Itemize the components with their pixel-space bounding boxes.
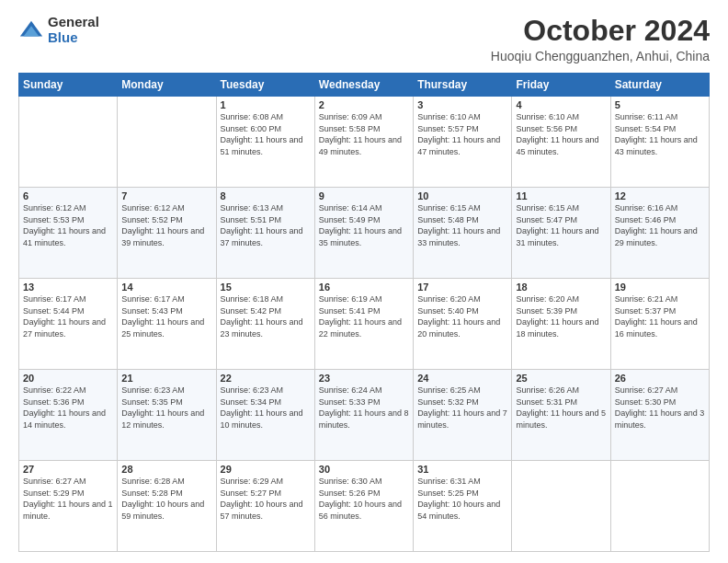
daylight-text: Daylight: 11 hours and 47 minutes. bbox=[417, 134, 507, 157]
day-info: Sunrise: 6:12 AMSunset: 5:52 PMDaylight:… bbox=[121, 202, 211, 248]
daylight-text: Daylight: 11 hours and 39 minutes. bbox=[121, 225, 211, 248]
calendar-cell: 8Sunrise: 6:13 AMSunset: 5:51 PMDaylight… bbox=[216, 188, 314, 279]
sunset-text: Sunset: 5:35 PM bbox=[121, 396, 211, 408]
calendar-week-4: 20Sunrise: 6:22 AMSunset: 5:36 PMDayligh… bbox=[19, 370, 710, 461]
daylight-text: Daylight: 11 hours and 1 minute. bbox=[23, 499, 113, 522]
calendar-table: SundayMondayTuesdayWednesdayThursdayFrid… bbox=[18, 73, 710, 552]
day-info: Sunrise: 6:29 AMSunset: 5:27 PMDaylight:… bbox=[221, 476, 311, 522]
day-info: Sunrise: 6:14 AMSunset: 5:49 PMDaylight:… bbox=[319, 202, 409, 248]
sunset-text: Sunset: 5:53 PM bbox=[23, 214, 113, 226]
daylight-text: Daylight: 11 hours and 33 minutes. bbox=[417, 225, 507, 248]
day-info: Sunrise: 6:17 AMSunset: 5:43 PMDaylight:… bbox=[121, 293, 211, 339]
sunset-text: Sunset: 5:27 PM bbox=[221, 488, 311, 500]
calendar-cell bbox=[118, 97, 216, 188]
column-header-saturday: Saturday bbox=[610, 74, 709, 97]
day-info: Sunrise: 6:22 AMSunset: 5:36 PMDaylight:… bbox=[23, 385, 113, 431]
calendar-cell: 30Sunrise: 6:30 AMSunset: 5:26 PMDayligh… bbox=[314, 461, 413, 552]
sunrise-text: Sunrise: 6:22 AM bbox=[23, 385, 113, 396]
calendar-week-1: 1Sunrise: 6:08 AMSunset: 6:00 PMDaylight… bbox=[19, 97, 710, 188]
day-info: Sunrise: 6:20 AMSunset: 5:40 PMDaylight:… bbox=[417, 293, 507, 339]
calendar-cell: 10Sunrise: 6:15 AMSunset: 5:48 PMDayligh… bbox=[414, 188, 512, 279]
sunrise-text: Sunrise: 6:29 AM bbox=[221, 476, 311, 488]
daylight-text: Daylight: 11 hours and 35 minutes. bbox=[319, 225, 409, 248]
day-number: 22 bbox=[221, 373, 311, 384]
calendar-cell: 12Sunrise: 6:16 AMSunset: 5:46 PMDayligh… bbox=[610, 188, 709, 279]
daylight-text: Daylight: 11 hours and 43 minutes. bbox=[615, 134, 705, 157]
daylight-text: Daylight: 11 hours and 25 minutes. bbox=[121, 316, 211, 339]
day-info: Sunrise: 6:20 AMSunset: 5:39 PMDaylight:… bbox=[516, 293, 606, 339]
sunset-text: Sunset: 5:57 PM bbox=[417, 123, 507, 135]
column-header-wednesday: Wednesday bbox=[314, 74, 413, 97]
sunset-text: Sunset: 6:00 PM bbox=[221, 123, 311, 135]
sunset-text: Sunset: 5:26 PM bbox=[319, 488, 409, 500]
calendar-cell: 27Sunrise: 6:27 AMSunset: 5:29 PMDayligh… bbox=[19, 461, 118, 552]
day-info: Sunrise: 6:31 AMSunset: 5:25 PMDaylight:… bbox=[417, 476, 507, 522]
calendar-cell: 22Sunrise: 6:23 AMSunset: 5:34 PMDayligh… bbox=[216, 370, 314, 461]
daylight-text: Daylight: 11 hours and 41 minutes. bbox=[23, 225, 113, 248]
sunset-text: Sunset: 5:44 PM bbox=[23, 305, 113, 317]
day-number: 1 bbox=[221, 99, 311, 110]
daylight-text: Daylight: 11 hours and 45 minutes. bbox=[516, 134, 606, 157]
calendar-cell: 18Sunrise: 6:20 AMSunset: 5:39 PMDayligh… bbox=[512, 279, 610, 370]
calendar-cell: 11Sunrise: 6:15 AMSunset: 5:47 PMDayligh… bbox=[512, 188, 610, 279]
day-number: 10 bbox=[417, 190, 507, 201]
column-header-tuesday: Tuesday bbox=[216, 74, 314, 97]
sunset-text: Sunset: 5:30 PM bbox=[615, 396, 705, 408]
logo: General Blue bbox=[18, 15, 99, 45]
day-number: 27 bbox=[23, 464, 113, 475]
daylight-text: Daylight: 11 hours and 23 minutes. bbox=[221, 316, 311, 339]
day-number: 17 bbox=[417, 282, 507, 293]
calendar-cell: 25Sunrise: 6:26 AMSunset: 5:31 PMDayligh… bbox=[512, 370, 610, 461]
day-info: Sunrise: 6:26 AMSunset: 5:31 PMDaylight:… bbox=[516, 385, 606, 431]
day-info: Sunrise: 6:15 AMSunset: 5:48 PMDaylight:… bbox=[417, 202, 507, 248]
daylight-text: Daylight: 11 hours and 12 minutes. bbox=[121, 408, 211, 431]
sunset-text: Sunset: 5:34 PM bbox=[221, 396, 311, 408]
sunrise-text: Sunrise: 6:26 AM bbox=[516, 385, 606, 396]
sunset-text: Sunset: 5:54 PM bbox=[615, 123, 705, 135]
sunset-text: Sunset: 5:29 PM bbox=[23, 488, 113, 500]
day-number: 14 bbox=[121, 282, 211, 293]
day-number: 4 bbox=[516, 99, 606, 110]
sunrise-text: Sunrise: 6:09 AM bbox=[319, 111, 409, 123]
daylight-text: Daylight: 10 hours and 59 minutes. bbox=[121, 499, 211, 522]
day-number: 7 bbox=[121, 190, 211, 201]
sunrise-text: Sunrise: 6:13 AM bbox=[221, 202, 311, 214]
daylight-text: Daylight: 11 hours and 10 minutes. bbox=[221, 408, 311, 431]
calendar-cell: 9Sunrise: 6:14 AMSunset: 5:49 PMDaylight… bbox=[314, 188, 413, 279]
sunset-text: Sunset: 5:41 PM bbox=[319, 305, 409, 317]
sunrise-text: Sunrise: 6:24 AM bbox=[319, 385, 409, 396]
sunrise-text: Sunrise: 6:08 AM bbox=[221, 111, 311, 123]
sunset-text: Sunset: 5:28 PM bbox=[121, 488, 211, 500]
day-info: Sunrise: 6:21 AMSunset: 5:37 PMDaylight:… bbox=[615, 293, 705, 339]
daylight-text: Daylight: 11 hours and 31 minutes. bbox=[516, 225, 606, 248]
sunrise-text: Sunrise: 6:30 AM bbox=[319, 476, 409, 488]
calendar-cell: 20Sunrise: 6:22 AMSunset: 5:36 PMDayligh… bbox=[19, 370, 118, 461]
calendar-cell: 5Sunrise: 6:11 AMSunset: 5:54 PMDaylight… bbox=[610, 97, 709, 188]
sunset-text: Sunset: 5:52 PM bbox=[121, 214, 211, 226]
day-number: 28 bbox=[121, 464, 211, 475]
sunrise-text: Sunrise: 6:11 AM bbox=[615, 111, 705, 123]
column-header-monday: Monday bbox=[118, 74, 216, 97]
sunrise-text: Sunrise: 6:31 AM bbox=[417, 476, 507, 488]
sunrise-text: Sunrise: 6:20 AM bbox=[516, 293, 606, 305]
month-title: October 2024 bbox=[491, 15, 710, 47]
calendar-week-5: 27Sunrise: 6:27 AMSunset: 5:29 PMDayligh… bbox=[19, 461, 710, 552]
day-number: 25 bbox=[516, 373, 606, 384]
sunset-text: Sunset: 5:25 PM bbox=[417, 488, 507, 500]
day-info: Sunrise: 6:27 AMSunset: 5:30 PMDaylight:… bbox=[615, 385, 705, 431]
calendar-cell bbox=[19, 97, 118, 188]
header: General Blue October 2024 Huoqiu Chenggu… bbox=[18, 15, 710, 63]
daylight-text: Daylight: 11 hours and 16 minutes. bbox=[615, 316, 705, 339]
calendar-cell: 31Sunrise: 6:31 AMSunset: 5:25 PMDayligh… bbox=[414, 461, 512, 552]
daylight-text: Daylight: 11 hours and 18 minutes. bbox=[516, 316, 606, 339]
day-info: Sunrise: 6:23 AMSunset: 5:35 PMDaylight:… bbox=[121, 385, 211, 431]
calendar-cell: 6Sunrise: 6:12 AMSunset: 5:53 PMDaylight… bbox=[19, 188, 118, 279]
daylight-text: Daylight: 11 hours and 37 minutes. bbox=[221, 225, 311, 248]
calendar-cell: 21Sunrise: 6:23 AMSunset: 5:35 PMDayligh… bbox=[118, 370, 216, 461]
calendar-cell: 2Sunrise: 6:09 AMSunset: 5:58 PMDaylight… bbox=[314, 97, 413, 188]
day-info: Sunrise: 6:13 AMSunset: 5:51 PMDaylight:… bbox=[221, 202, 311, 248]
sunrise-text: Sunrise: 6:17 AM bbox=[23, 293, 113, 305]
sunset-text: Sunset: 5:47 PM bbox=[516, 214, 606, 226]
sunset-text: Sunset: 5:48 PM bbox=[417, 214, 507, 226]
day-info: Sunrise: 6:16 AMSunset: 5:46 PMDaylight:… bbox=[615, 202, 705, 248]
